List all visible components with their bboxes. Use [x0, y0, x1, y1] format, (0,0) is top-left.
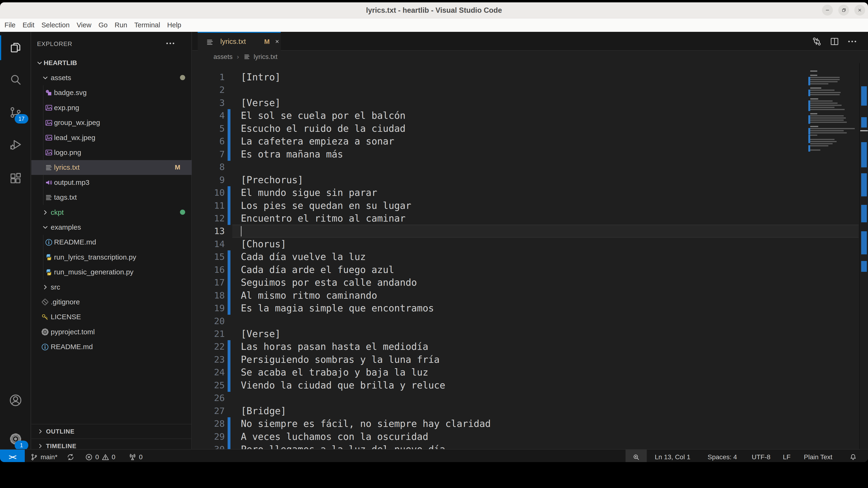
minimap-line	[810, 81, 838, 82]
breadcrumb-separator-icon: ›	[237, 53, 239, 61]
activitybar-search[interactable]	[0, 67, 31, 93]
sidebar-more-actions-button[interactable]	[165, 38, 176, 49]
status-ports[interactable]: 0	[129, 450, 143, 462]
explorer-sidebar: EXPLORER HEARTLIBassetsbadge.svgexp.pngg…	[31, 32, 192, 449]
search-icon	[9, 73, 22, 87]
overview-ruler-change-mark	[861, 261, 867, 272]
tree-item-lead-wx-jpeg[interactable]: lead_wx.jpeg	[31, 130, 192, 145]
tree-item-src[interactable]: src	[31, 280, 192, 294]
sidebar-panel-outline[interactable]: OUTLINE	[31, 424, 191, 438]
minimize-button[interactable]	[822, 5, 833, 15]
menu-help[interactable]: Help	[164, 19, 185, 32]
tree-item-group-wx-jpeg[interactable]: group_wx.jpeg	[31, 115, 192, 130]
line-number: 4	[196, 109, 225, 122]
status-language-mode[interactable]: Plain Text	[804, 450, 832, 462]
status-eol[interactable]: LF	[783, 450, 790, 462]
line-text: Es la magia simple que encontramos	[241, 302, 434, 315]
minimap-line	[810, 118, 846, 119]
overview-ruler-change-mark	[861, 205, 867, 222]
code-line-30: 30Pero llegamos a la luz del nuevo día	[192, 443, 868, 449]
tree-item-label: LICENSE	[51, 313, 81, 321]
line-text: Encuentro el ritmo al caminar	[241, 212, 405, 225]
breadcrumb-file[interactable]: lyrics.txt	[253, 53, 277, 61]
minimap-line	[810, 98, 818, 99]
activitybar-settings[interactable]: 1	[0, 426, 31, 452]
status-cursor-position[interactable]: Ln 13, Col 1	[655, 450, 690, 462]
menu-view[interactable]: View	[73, 19, 95, 32]
more-actions-button[interactable]	[847, 36, 858, 47]
account-icon	[9, 393, 22, 407]
tree-item-label: examples	[51, 223, 81, 231]
code-line-24: 24Se acaba el trabajo y baja la luz	[192, 366, 868, 379]
menu-file[interactable]: File	[1, 19, 19, 32]
tree-item-ckpt[interactable]: ckpt	[31, 205, 192, 220]
tree-item-output-mp3[interactable]: output.mp3	[31, 175, 192, 190]
tree-item-run-music-generation-py[interactable]: run_music_generation.py	[31, 265, 192, 280]
tree-item-readme-md[interactable]: README.md	[31, 339, 192, 354]
code-line-3: 3[Verse]	[192, 96, 868, 109]
activitybar-extensions[interactable]	[0, 165, 31, 191]
tab-lyrics-txt[interactable]: lyrics.txt M	[198, 32, 281, 51]
git-file-icon	[41, 298, 49, 306]
split-icon	[829, 36, 840, 47]
status-indentation[interactable]: Spaces: 4	[708, 450, 737, 462]
modified-gutter-indicator	[228, 340, 230, 353]
status-sync-button[interactable]	[66, 450, 74, 462]
minimap-change-marker	[808, 90, 810, 96]
split-editor-button[interactable]	[829, 36, 840, 47]
tree-item-run-lyrics-transcription-py[interactable]: run_lyrics_transcription.py	[31, 250, 192, 264]
activitybar-source-control[interactable]: 17	[0, 99, 31, 125]
line-text: Seguimos por esta calle andando	[241, 276, 417, 289]
tab-close-icon[interactable]	[274, 38, 281, 45]
minimap-line	[810, 102, 838, 104]
status-notifications-button[interactable]	[849, 450, 857, 462]
tree-item-heartlib[interactable]: HEARTLIB	[31, 55, 192, 70]
activitybar-account[interactable]	[0, 387, 31, 413]
status-problems[interactable]: 00	[85, 450, 115, 462]
chev-right-icon	[41, 208, 49, 217]
line-number: 15	[196, 250, 225, 263]
tree-item-logo-png[interactable]: logo.png	[31, 145, 192, 160]
tree-item-license[interactable]: LICENSE	[31, 310, 192, 324]
line-text: Viendo la ciudad que brilla y reluce	[241, 379, 445, 392]
menu-run[interactable]: Run	[111, 19, 131, 32]
tree-item-readme-md[interactable]: README.md	[31, 235, 192, 250]
tree-item--gitignore[interactable]: .gitignore	[31, 294, 192, 309]
line-text: A veces luchamos con la oscuridad	[241, 430, 428, 443]
text-file-icon	[243, 53, 251, 61]
overview-ruler-change-mark	[861, 231, 867, 254]
line-number: 13	[196, 225, 225, 238]
tree-item-lyrics-txt[interactable]: lyrics.txtM	[31, 160, 192, 175]
code-line-21: 21[Verse]	[192, 327, 868, 340]
breadcrumb-folder[interactable]: assets	[214, 53, 232, 61]
tree-item-exp-png[interactable]: exp.png	[31, 100, 192, 115]
tree-item-label: README.md	[54, 238, 96, 246]
status-git-branch[interactable]: main*	[30, 450, 58, 462]
menu-selection[interactable]: Selection	[38, 19, 73, 32]
remote-indicator-button[interactable]: ><	[0, 450, 25, 462]
tree-item-tags-txt[interactable]: tags.txt	[31, 190, 192, 205]
close-button[interactable]	[854, 5, 865, 15]
open-changes-button[interactable]	[811, 36, 822, 47]
tree-item-assets[interactable]: assets	[31, 70, 192, 85]
tree-item-label: ckpt	[51, 208, 64, 217]
line-number: 24	[196, 366, 225, 379]
status-encoding[interactable]: UTF-8	[752, 450, 770, 462]
tree-item-examples[interactable]: examples	[31, 220, 192, 234]
tree-item-badge-svg[interactable]: badge.svg	[31, 85, 192, 100]
modified-gutter-indicator	[228, 148, 230, 161]
minimap-line	[810, 105, 842, 106]
menu-go[interactable]: Go	[95, 19, 111, 32]
line-number: 23	[196, 353, 225, 366]
modified-gutter-indicator	[228, 289, 230, 302]
menu-terminal[interactable]: Terminal	[131, 19, 164, 32]
code-editor[interactable]: 1[Intro]23[Verse]4El sol se cuela por el…	[192, 63, 868, 449]
text-file-icon	[44, 163, 53, 172]
activitybar-run-debug[interactable]	[0, 132, 31, 158]
screencast-zoom-chip[interactable]	[625, 450, 647, 462]
line-number: 6	[196, 135, 225, 148]
activitybar-explorer[interactable]	[0, 35, 31, 61]
tree-item-pyproject-toml[interactable]: pyproject.toml	[31, 324, 192, 339]
restore-button[interactable]	[838, 5, 849, 15]
menu-edit[interactable]: Edit	[19, 19, 38, 32]
